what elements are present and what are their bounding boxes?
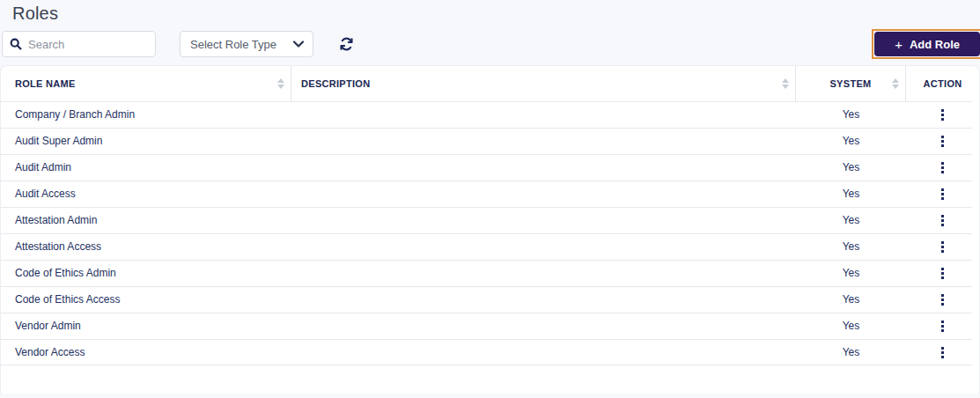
action-cell [906,211,979,230]
role-name-cell: Code of Ethics Access [1,293,291,306]
action-cell [906,185,979,203]
refresh-button[interactable] [336,34,356,54]
row-actions-kebab-icon[interactable] [936,106,949,124]
row-actions-kebab-icon[interactable] [936,343,949,362]
chevron-down-icon [293,41,304,48]
add-role-label: Add Role [910,38,960,51]
table-row: Company / Branch Admin Yes [1,101,979,128]
table-header-row: ROLE NAME DESCRIPTION SYSTEM [1,66,979,101]
role-name-cell: Audit Super Admin [1,135,291,147]
row-actions-kebab-icon[interactable] [936,158,949,177]
sort-icon[interactable] [782,78,789,89]
action-cell [906,106,979,124]
page-title: Roles [12,3,980,24]
action-cell [906,264,979,283]
row-actions-kebab-icon[interactable] [936,291,949,309]
table-row: Code of Ethics Access Yes [1,286,979,313]
table-row: Attestation Access Yes [1,233,979,260]
system-cell: Yes [796,161,906,173]
table-row: Attestation Admin Yes [1,207,979,233]
roles-table: ROLE NAME DESCRIPTION SYSTEM [0,65,980,394]
table-row: Audit Access Yes [1,181,979,207]
system-cell: Yes [796,267,906,279]
role-name-cell: Attestation Admin [1,214,291,226]
column-header-description[interactable]: DESCRIPTION [291,66,796,101]
action-cell [906,291,979,309]
role-name-cell: Company / Branch Admin [1,108,291,121]
table-row: Audit Super Admin Yes [1,128,979,154]
add-role-highlight-box: + Add Role [872,29,980,59]
table-body: Company / Branch Admin Yes Audit Super A… [1,101,979,365]
row-actions-kebab-icon[interactable] [936,132,949,151]
search-input[interactable] [28,38,148,51]
column-label: ROLE NAME [15,78,76,89]
role-name-cell: Vendor Admin [1,320,291,332]
search-icon [10,38,28,50]
system-cell: Yes [796,293,906,306]
column-header-role-name[interactable]: ROLE NAME [1,66,291,101]
row-actions-kebab-icon[interactable] [936,211,949,230]
system-cell: Yes [796,320,906,332]
role-type-select[interactable]: Select Role Type [180,31,313,57]
row-actions-kebab-icon[interactable] [936,264,949,283]
system-cell: Yes [796,214,906,226]
action-cell [906,343,979,362]
table-row: Code of Ethics Admin Yes [1,260,979,286]
row-actions-kebab-icon[interactable] [936,238,949,256]
sort-icon[interactable] [892,78,899,89]
search-box [2,31,156,57]
role-name-cell: Code of Ethics Admin [1,267,291,279]
refresh-icon [339,37,354,51]
table-row: Vendor Admin Yes [1,313,979,339]
role-name-cell: Attestation Access [1,240,291,253]
column-label: DESCRIPTION [301,78,370,89]
role-name-cell: Audit Admin [1,161,291,173]
sort-icon[interactable] [277,78,284,89]
add-role-button[interactable]: + Add Role [874,32,980,56]
action-cell [906,158,979,177]
action-cell [906,238,979,256]
column-header-action: ACTION [906,66,979,101]
system-cell: Yes [796,188,906,200]
table-row: Audit Admin Yes [1,154,979,181]
system-cell: Yes [796,346,906,358]
role-name-cell: Vendor Access [1,346,291,358]
column-label: SYSTEM [829,78,871,89]
role-type-select-value: Select Role Type [190,38,276,51]
row-actions-kebab-icon[interactable] [936,317,949,335]
column-header-system[interactable]: SYSTEM [796,66,906,101]
roles-page: Roles Select Role Type [0,3,980,398]
action-cell [906,317,979,335]
toolbar: Select Role Type + Add Role [0,29,980,59]
action-cell [906,132,979,151]
table-row: Vendor Access Yes [1,339,979,365]
system-cell: Yes [796,240,906,253]
role-name-cell: Audit Access [1,188,291,200]
row-actions-kebab-icon[interactable] [936,185,949,203]
plus-icon: + [895,37,903,52]
column-label: ACTION [924,78,962,89]
system-cell: Yes [796,135,906,147]
system-cell: Yes [796,108,906,121]
